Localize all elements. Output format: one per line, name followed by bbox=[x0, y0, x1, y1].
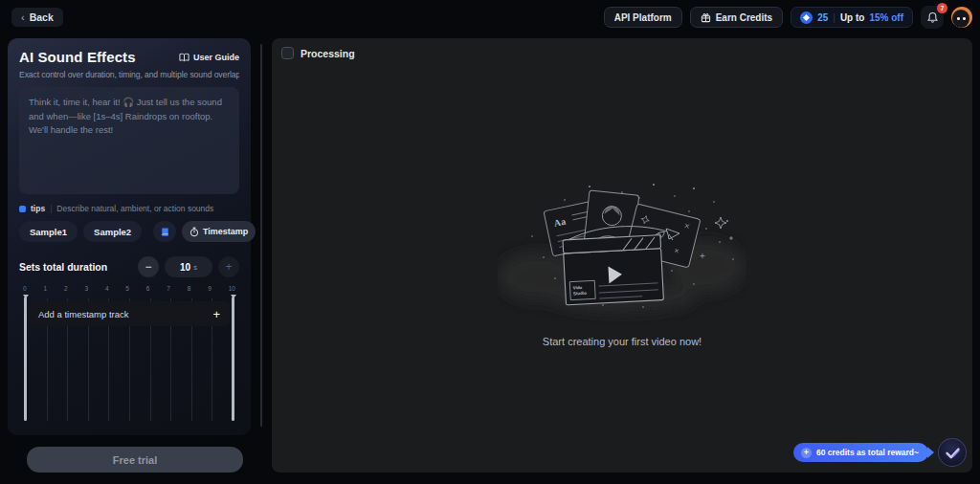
ruler-tick: 3 bbox=[84, 285, 88, 292]
avatar-face bbox=[952, 10, 969, 28]
prompt-input[interactable] bbox=[19, 87, 239, 194]
sound-effects-panel: AI Sound Effects User Guide Exact contro… bbox=[8, 38, 251, 435]
blue-book-icon bbox=[160, 227, 170, 237]
api-platform-button[interactable]: API Platform bbox=[604, 7, 682, 28]
topbar-actions: API Platform Earn Credits 25 | Up to 15%… bbox=[604, 6, 972, 29]
ruler-tick: 0 bbox=[23, 285, 27, 292]
sample-chips-row: Sample1 Sample2 Sample3 Timestamp bbox=[19, 221, 239, 242]
credits-diamond-icon bbox=[800, 11, 813, 24]
samples-scroll-area[interactable]: Sample1 Sample2 Sample3 bbox=[19, 221, 147, 242]
duration-unit: s bbox=[193, 263, 197, 272]
double-check-icon bbox=[945, 446, 961, 460]
credits-count: 25 bbox=[817, 12, 828, 23]
tips-icon bbox=[19, 206, 26, 212]
empty-state-illustration: Aa bbox=[498, 179, 746, 322]
notification-badge: 7 bbox=[937, 3, 947, 13]
user-guide-link[interactable]: User Guide bbox=[179, 53, 239, 62]
credits-separator: | bbox=[833, 12, 835, 23]
timestamp-timeline: Add a timestamp track + bbox=[25, 295, 234, 423]
timeline-end-handle[interactable] bbox=[232, 297, 234, 421]
ruler-tick: 6 bbox=[146, 285, 150, 292]
clapper-brand-line1: Vido bbox=[573, 285, 583, 291]
duration-stepper: − 10 s + bbox=[138, 256, 239, 277]
duration-row: Sets total duration − 10 s + bbox=[19, 256, 239, 277]
ruler-tick: 4 bbox=[105, 285, 109, 292]
panel-resize-divider[interactable] bbox=[260, 44, 262, 427]
earn-credits-button[interactable]: Earn Credits bbox=[690, 7, 783, 28]
api-platform-label: API Platform bbox=[614, 12, 672, 23]
plus-icon: + bbox=[212, 307, 220, 321]
earn-credits-label: Earn Credits bbox=[716, 12, 772, 23]
timeline-start-handle[interactable] bbox=[24, 297, 27, 421]
timestamp-label: Timestamp bbox=[203, 227, 248, 236]
ruler-tick: 8 bbox=[188, 285, 191, 292]
timestamp-chip[interactable]: Timestamp bbox=[182, 221, 256, 242]
duration-increase-button[interactable]: + bbox=[218, 256, 239, 277]
ruler-tick: 2 bbox=[64, 285, 68, 292]
add-track-label: Add a timestamp track bbox=[38, 309, 129, 319]
results-panel: Processing bbox=[272, 38, 972, 473]
duration-value: 10 s bbox=[165, 256, 212, 277]
sample2-chip[interactable]: Sample2 bbox=[83, 221, 142, 242]
empty-state: Aa bbox=[272, 46, 972, 473]
offer-prefix: Up to bbox=[840, 12, 865, 23]
credits-offer-button[interactable]: 25 | Up to 15% off bbox=[791, 7, 913, 28]
duration-decrease-button[interactable]: − bbox=[138, 256, 159, 277]
avatar[interactable] bbox=[951, 7, 972, 28]
tips-text: Describe natural, ambient, or action sou… bbox=[56, 204, 213, 213]
panel-subtitle: Exact control over duration, timing, and… bbox=[19, 70, 239, 79]
reward-cluster: + 60 credits as total reward~ bbox=[793, 438, 967, 467]
reward-pill-button[interactable]: + 60 credits as total reward~ bbox=[793, 443, 928, 462]
user-guide-label: User Guide bbox=[193, 53, 239, 62]
tips-divider: | bbox=[50, 204, 52, 213]
ruler-tick: 1 bbox=[43, 285, 47, 292]
empty-state-text: Start creating your first video now! bbox=[543, 336, 702, 347]
reward-check-button[interactable] bbox=[938, 438, 967, 467]
tips-label: tips bbox=[31, 204, 45, 213]
sample2-label: Sample2 bbox=[94, 227, 131, 237]
tips-row: tips | Describe natural, ambient, or act… bbox=[19, 204, 239, 213]
ruler-tick: 5 bbox=[125, 285, 129, 292]
duration-number: 10 bbox=[180, 262, 190, 273]
bell-icon bbox=[926, 11, 939, 24]
reward-text: 60 credits as total reward~ bbox=[816, 448, 919, 457]
duration-label: Sets total duration bbox=[19, 261, 107, 273]
clapper-brand-line2: Studio bbox=[573, 291, 587, 297]
sample-library-button[interactable] bbox=[153, 221, 176, 242]
sample1-chip[interactable]: Sample1 bbox=[19, 221, 78, 242]
book-icon bbox=[179, 53, 189, 62]
gift-icon bbox=[701, 12, 711, 23]
panel-title: AI Sound Effects bbox=[19, 49, 136, 65]
plus-circle-icon: + bbox=[801, 448, 812, 458]
sample1-label: Sample1 bbox=[30, 227, 67, 237]
offer-highlight: 15% off bbox=[869, 12, 903, 23]
free-trial-button[interactable]: Free trial bbox=[27, 447, 243, 473]
notifications-button[interactable]: 7 bbox=[921, 6, 944, 29]
ruler-tick: 10 bbox=[229, 285, 235, 292]
ruler-tick: 9 bbox=[208, 285, 212, 292]
timeline-ruler: 0 1 2 3 4 5 6 7 8 9 10 bbox=[23, 285, 235, 292]
back-button[interactable]: ‹ Back bbox=[11, 8, 63, 27]
back-label: Back bbox=[30, 11, 54, 23]
stopwatch-icon bbox=[189, 227, 199, 237]
ruler-tick: 7 bbox=[167, 285, 170, 292]
add-timestamp-track-button[interactable]: Add a timestamp track + bbox=[29, 301, 230, 326]
chevron-left-icon: ‹ bbox=[21, 11, 25, 23]
